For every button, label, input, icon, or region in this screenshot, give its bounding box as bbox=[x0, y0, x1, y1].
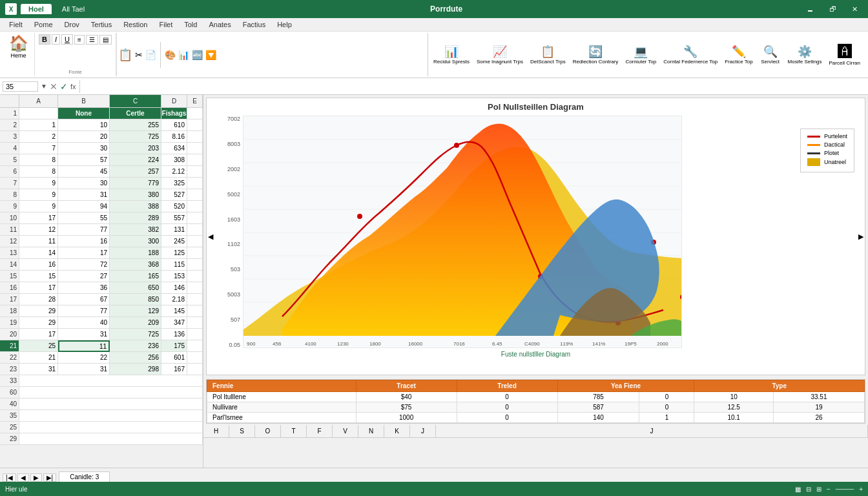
cell-active[interactable]: 11 bbox=[58, 340, 110, 352]
ribbon-insert-btn[interactable]: 📊 bbox=[178, 50, 189, 60]
cell[interactable]: 167 bbox=[161, 364, 187, 375]
ribbon-btn-mosife[interactable]: ⚙️ Mosife Settngs bbox=[785, 43, 825, 66]
col-s[interactable]: S bbox=[229, 425, 255, 437]
insert-function-btn[interactable]: fx bbox=[70, 83, 76, 90]
ribbon-btn-redlection[interactable]: 🔄 Redlection Contrary bbox=[570, 43, 621, 66]
cell-type1[interactable]: 12.5 bbox=[694, 402, 773, 413]
cell[interactable]: 136 bbox=[161, 329, 187, 340]
cell[interactable]: 67 bbox=[58, 294, 110, 305]
ribbon-btn-recidui[interactable]: 📊 Recidui Sprests bbox=[431, 43, 472, 66]
cell[interactable]: 125 bbox=[161, 247, 187, 259]
cell[interactable]: 57 bbox=[58, 154, 110, 166]
cell[interactable]: 11 bbox=[19, 236, 58, 247]
normal-view-icon[interactable]: ▦ bbox=[795, 486, 801, 493]
tab-next-btn[interactable]: ▶ bbox=[30, 473, 42, 482]
cell[interactable]: 20 bbox=[58, 131, 110, 143]
col-header-e[interactable]: E bbox=[187, 95, 203, 107]
menu-pome[interactable]: Pome bbox=[29, 19, 58, 30]
cell[interactable]: 30 bbox=[58, 143, 110, 154]
cell[interactable] bbox=[187, 131, 203, 143]
cell[interactable]: 188 bbox=[110, 247, 161, 259]
ribbon-paste-btn[interactable]: 📋 bbox=[118, 48, 132, 62]
cell[interactable]: 2.18 bbox=[161, 294, 187, 305]
ribbon-cut-btn[interactable]: ✂ bbox=[135, 50, 143, 60]
cell[interactable]: 17 bbox=[19, 282, 58, 294]
col-j2[interactable]: J bbox=[436, 425, 868, 437]
cell[interactable]: 725 bbox=[110, 329, 161, 340]
cell[interactable] bbox=[187, 212, 203, 224]
cell[interactable]: 29 bbox=[19, 305, 58, 317]
cell[interactable]: 31 bbox=[58, 364, 110, 375]
cell-yea[interactable]: 140 bbox=[557, 413, 639, 423]
cell-tracet[interactable]: $75 bbox=[356, 402, 457, 413]
cell[interactable] bbox=[187, 247, 203, 259]
cell[interactable] bbox=[187, 305, 203, 317]
cell[interactable] bbox=[187, 154, 203, 166]
menu-drov[interactable]: Drov bbox=[59, 19, 85, 30]
cell[interactable] bbox=[19, 398, 203, 410]
cell[interactable]: 22 bbox=[58, 352, 110, 364]
cell[interactable]: 289 bbox=[110, 212, 161, 224]
menu-help[interactable]: Help bbox=[272, 19, 297, 30]
tab-hoel[interactable]: Hoel bbox=[21, 4, 52, 14]
align-center-btn[interactable]: ☰ bbox=[86, 35, 98, 45]
cell[interactable] bbox=[187, 329, 203, 340]
cell[interactable] bbox=[187, 178, 203, 189]
cell-reference[interactable] bbox=[3, 81, 38, 92]
cell[interactable] bbox=[19, 422, 203, 433]
col-header-a[interactable]: A bbox=[19, 95, 58, 107]
cell-name[interactable]: Pol Itulllene bbox=[207, 392, 356, 402]
cell[interactable]: 28 bbox=[19, 294, 58, 305]
cell[interactable]: 245 bbox=[161, 236, 187, 247]
maximize-button[interactable]: 🗗 bbox=[824, 4, 842, 14]
cell[interactable]: 601 bbox=[161, 352, 187, 364]
cell[interactable]: 16 bbox=[19, 259, 58, 271]
cell-type2[interactable]: 33.51 bbox=[773, 392, 864, 402]
cell-treled[interactable]: 0 bbox=[457, 413, 557, 423]
cell[interactable]: 236 bbox=[110, 340, 161, 352]
cell[interactable]: 2 bbox=[19, 131, 58, 143]
zoom-out-btn[interactable]: − bbox=[827, 486, 831, 493]
cell[interactable]: 17 bbox=[19, 212, 58, 224]
cell[interactable] bbox=[187, 189, 203, 201]
cell[interactable]: 9 bbox=[19, 178, 58, 189]
cell[interactable]: 30 bbox=[58, 178, 110, 189]
cell[interactable] bbox=[187, 317, 203, 329]
cell-name[interactable]: Nullivare bbox=[207, 402, 356, 413]
cell[interactable]: 850 bbox=[110, 294, 161, 305]
page-break-icon[interactable]: ⊞ bbox=[816, 486, 822, 493]
cell-type2[interactable]: 19 bbox=[773, 402, 864, 413]
cell-fiene[interactable]: 1 bbox=[639, 413, 694, 423]
align-right-btn[interactable]: ▤ bbox=[99, 35, 112, 45]
cell[interactable]: 203 bbox=[110, 143, 161, 154]
cell[interactable]: 27 bbox=[58, 271, 110, 282]
cancel-formula-btn[interactable]: ✕ bbox=[50, 81, 57, 92]
cell[interactable]: 380 bbox=[110, 189, 161, 201]
cell-tracet[interactable]: $40 bbox=[356, 392, 457, 402]
menu-restion[interactable]: Restion bbox=[118, 19, 152, 30]
cell[interactable] bbox=[187, 364, 203, 375]
align-left-btn[interactable]: ≡ bbox=[74, 35, 85, 45]
cell[interactable]: 8 bbox=[19, 154, 58, 166]
cell[interactable] bbox=[187, 271, 203, 282]
cell[interactable]: 21 bbox=[19, 352, 58, 364]
col-k[interactable]: K bbox=[384, 425, 410, 437]
cell-tracet[interactable]: 1000 bbox=[356, 413, 457, 423]
cell[interactable]: 10 bbox=[58, 119, 110, 131]
ribbon-btn-some[interactable]: 📈 Some Inagnunt Trps bbox=[474, 43, 526, 66]
cell-type1[interactable]: 10.1 bbox=[694, 413, 773, 423]
cell[interactable] bbox=[187, 224, 203, 236]
col-t[interactable]: T bbox=[281, 425, 307, 437]
cell[interactable]: 7 bbox=[19, 143, 58, 154]
ribbon-copy-btn[interactable]: 📄 bbox=[145, 50, 156, 60]
zoom-in-btn[interactable]: + bbox=[859, 486, 863, 493]
cell[interactable]: 77 bbox=[58, 224, 110, 236]
menu-tertius[interactable]: Tertius bbox=[86, 19, 117, 30]
cell[interactable]: 520 bbox=[161, 201, 187, 212]
ribbon-btn-fractice[interactable]: ✏️ Fractice Top bbox=[722, 43, 755, 66]
cell[interactable]: 165 bbox=[110, 271, 161, 282]
ribbon-btn-parcell[interactable]: 🅰 Parcell Cirran bbox=[827, 42, 863, 67]
cell[interactable]: 209 bbox=[110, 317, 161, 329]
cell[interactable]: 77 bbox=[58, 305, 110, 317]
cell[interactable]: 255 bbox=[110, 119, 161, 131]
